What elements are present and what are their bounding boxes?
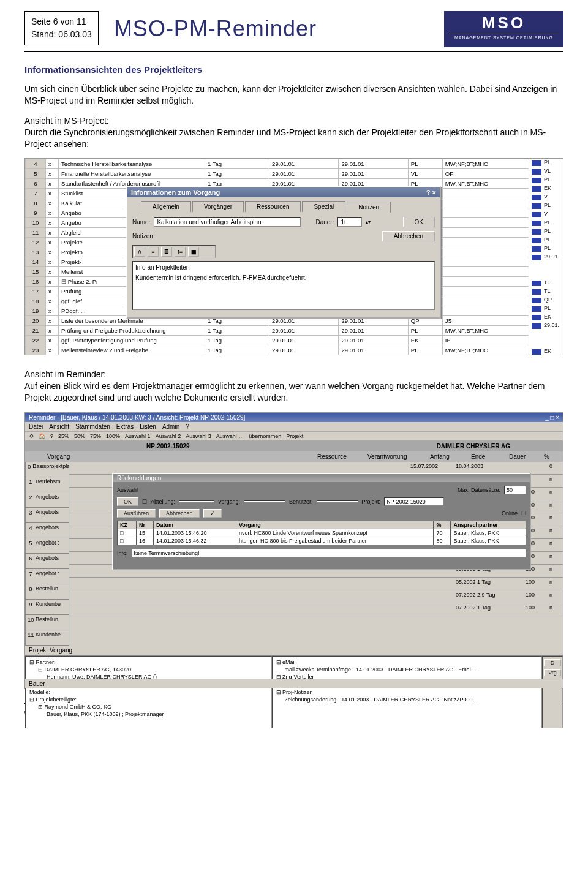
reminder-titlebar[interactable]: Reminder - [Bauer, Klaus / 14.01.2003 KW… xyxy=(25,413,563,422)
documents-tree[interactable]: ⊟ eMail mail zwecks Terminanfrage - 14.0… xyxy=(272,656,542,728)
tree-email[interactable]: ⊟ eMail xyxy=(276,658,538,666)
task-row[interactable]: 11Kundenbe xyxy=(25,630,69,646)
abbrechen-button[interactable]: Abbrechen xyxy=(159,509,200,518)
task-row[interactable]: 7Angebot : xyxy=(25,569,69,584)
window-buttons[interactable]: _ □ × xyxy=(545,414,559,421)
document-header: Seite 6 von 11 Stand: 06.03.03 MSO-PM-Re… xyxy=(24,11,564,47)
toolbar-item[interactable]: Auswahl 3 xyxy=(186,433,211,439)
align-left-icon[interactable]: ≡ xyxy=(148,247,159,257)
menu-item[interactable]: Stammdaten xyxy=(75,423,110,430)
feedback-title[interactable]: Rückmeldungen xyxy=(113,474,530,482)
toolbar-item[interactable]: 50% xyxy=(74,433,85,439)
task-row[interactable]: 1Betriebsm xyxy=(25,477,69,492)
tree-notes-item[interactable]: Zeichnungsänderung - 14.01.2003 - DAIMLE… xyxy=(285,696,538,703)
dialog-titlebar[interactable]: Informationen zum Vorgang ? × xyxy=(127,187,440,197)
menu-item[interactable]: Extras xyxy=(116,423,134,430)
abteilung-input[interactable] xyxy=(179,500,214,503)
stepper-icon[interactable]: ▴▾ xyxy=(366,219,371,225)
duration-input[interactable]: 1t xyxy=(337,217,362,227)
task-row[interactable]: 8Bestellun xyxy=(25,584,69,600)
vorgang-input[interactable] xyxy=(244,500,285,503)
toolbar-item[interactable]: 25% xyxy=(58,433,69,439)
task-row[interactable]: 9Kundenbe xyxy=(25,600,69,615)
cancel-button[interactable]: Abbrechen xyxy=(382,231,435,241)
checkbox-icon[interactable]: ☐ xyxy=(142,499,147,505)
bottom-tabs[interactable]: Projekt Vorgang xyxy=(25,646,563,655)
toolbar-icon[interactable]: 🏠 xyxy=(39,433,45,439)
task-row[interactable]: 4Angebots xyxy=(25,523,69,538)
tree-email-item[interactable]: mail zwecks Terminanfrage - 14.01.2003 -… xyxy=(285,666,538,673)
task-row[interactable]: 6Angebots xyxy=(25,554,69,569)
col-dauer: Dauer xyxy=(505,453,540,460)
reminder-toolbar[interactable]: ⟲🏠?25%50%75%100%Auswahl 1Auswahl 2Auswah… xyxy=(25,432,563,441)
tree-partner[interactable]: ⊟ DAIMLER CHRYSLER AG, 143020 xyxy=(38,666,268,673)
doctype-d-button[interactable]: D xyxy=(544,659,561,666)
task-data-area: Rückmeldungen Auswahl Max. Datensätze: 5… xyxy=(69,462,563,646)
toolbar-item[interactable]: Auswahl 1 xyxy=(125,433,151,439)
dialog-tab[interactable]: Ressourcen xyxy=(245,201,301,212)
tree-participant-1[interactable]: ⊞ Raymond GmbH & CO. KG xyxy=(38,703,268,711)
tree-root[interactable]: ⊟ Partner: xyxy=(29,658,268,666)
task-row[interactable]: 5Angebot : xyxy=(25,538,69,554)
dialog-tabs: AllgemeinVorgängerRessourcenSpezialNotiz… xyxy=(141,201,435,212)
toolbar-item[interactable]: 100% xyxy=(106,433,120,439)
partner-tree[interactable]: ⊟ Partner: ⊟ DAIMLER CHRYSLER AG, 143020… xyxy=(25,656,272,728)
reminder-screenshot: Reminder - [Bauer, Klaus / 14.01.2003 KW… xyxy=(24,412,564,689)
name-label: Name: xyxy=(132,219,150,225)
menu-item[interactable]: ? xyxy=(186,423,189,430)
bullets-icon[interactable]: ⁝≡ xyxy=(175,247,186,257)
toolbar-item[interactable]: Auswahl … xyxy=(216,433,244,439)
info-input[interactable]: keine Terminverschiebung! xyxy=(132,549,526,557)
toolbar-icon[interactable]: ⟲ xyxy=(29,433,34,439)
dialog-tab[interactable]: Vorgänger xyxy=(192,201,244,212)
toolbar-icon[interactable]: ? xyxy=(50,433,53,439)
col-ressource: Ressource xyxy=(314,453,364,460)
data-row[interactable]: 05.2002 1 Tag100n xyxy=(69,578,563,590)
align-center-icon[interactable]: ≣ xyxy=(161,247,172,257)
menu-item[interactable]: Listen xyxy=(140,423,156,430)
dialog-tab[interactable]: Spezial xyxy=(302,201,345,212)
tree-participants[interactable]: ⊟ Projektbeteiligte: xyxy=(29,696,268,703)
toolbar-item[interactable]: Auswahl 2 xyxy=(156,433,181,439)
tree-notes[interactable]: ⊟ Proj-Notizen xyxy=(276,688,538,696)
projekt-input[interactable]: NP-2002-15029 xyxy=(384,497,444,506)
toolbar-item[interactable]: Projekt xyxy=(286,433,303,439)
check-button[interactable]: ✓ xyxy=(203,509,222,518)
data-row[interactable]: 07.2002 2,9 Tag100n xyxy=(69,590,563,603)
maxds-input[interactable]: 50 xyxy=(504,486,526,494)
notes-textarea[interactable]: Info an Projektleiter: Kundentermin ist … xyxy=(132,261,435,310)
dialog-tab[interactable]: Notizen xyxy=(347,202,391,213)
ok-button[interactable]: OK xyxy=(403,217,435,227)
ausfuehren-button[interactable]: Ausführen xyxy=(117,509,156,518)
object-icon[interactable]: ▣ xyxy=(188,247,199,257)
toolbar-item[interactable]: 75% xyxy=(90,433,101,439)
menu-item[interactable]: Datei xyxy=(29,423,43,430)
font-icon[interactable]: A xyxy=(134,247,145,257)
task-list: 0Basisprojektplan1Betriebsm2Angebots3Ang… xyxy=(25,462,69,646)
dialog-tab[interactable]: Allgemein xyxy=(141,201,191,212)
benutzer-input[interactable] xyxy=(317,500,358,503)
col-anfang: Anfang xyxy=(426,453,467,460)
ok-button[interactable]: OK xyxy=(117,497,138,506)
notes-toolbar: A ≡ ≣ ⁝≡ ▣ xyxy=(132,245,216,258)
notes-label: Notizen: xyxy=(132,233,155,240)
online-checkbox[interactable]: ☐ xyxy=(521,510,526,516)
menu-item[interactable]: Admin xyxy=(162,423,179,430)
task-row[interactable]: 0Basisprojektplan xyxy=(25,462,69,477)
doctype-vrg-button[interactable]: Vrg xyxy=(544,669,561,676)
task-row[interactable]: 3Angebots xyxy=(25,508,69,523)
name-input[interactable]: Kalkulation und vorläufiger Arbeitsplan xyxy=(154,217,301,227)
tree-participant-2[interactable]: Bauer, Klaus, PKK (174-1009) ; Projektma… xyxy=(47,711,268,718)
menu-item[interactable]: Ansicht xyxy=(49,423,69,430)
dialog-close-icon[interactable]: ? × xyxy=(426,189,436,196)
toolbar-item[interactable]: übernommen xyxy=(249,433,281,439)
reminder-title-text: Reminder - [Bauer, Klaus / 14.01.2003 KW… xyxy=(29,414,245,421)
task-row[interactable]: 10Bestellun xyxy=(25,615,69,630)
para-3: Ansicht im Reminder: Auf einen Blick wir… xyxy=(24,369,564,404)
dialog-title-text: Informationen zum Vorgang xyxy=(131,189,220,196)
task-row[interactable]: 2Angebots xyxy=(25,492,69,508)
tree-models[interactable]: Modelle: xyxy=(29,688,268,696)
reminder-menubar[interactable]: DateiAnsichtStammdatenExtrasListenAdmin? xyxy=(25,422,563,432)
data-row[interactable]: 07.2002 1 Tag100n xyxy=(69,603,563,616)
column-headers: Vorgang Ressource Verantwortung Anfang E… xyxy=(25,451,563,462)
